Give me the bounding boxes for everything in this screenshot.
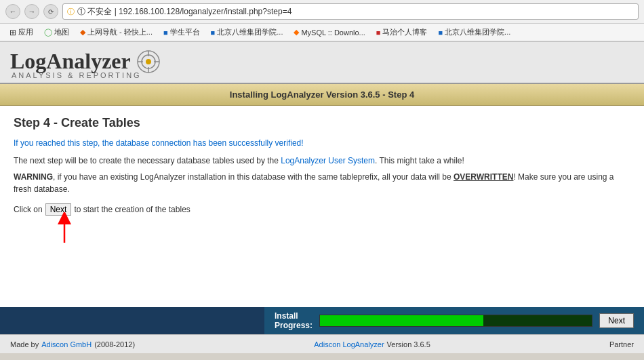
apps-icon: ⊞: [9, 28, 16, 37]
svg-point-2: [146, 59, 151, 64]
bookmark-map-label: 地图: [54, 27, 69, 37]
bookmark-mysql-label: MySQL :: Downlo...: [301, 28, 365, 37]
install-header: Installing LogAnalyzer Version 3.6.5 - S…: [0, 84, 644, 106]
map-icon: ◯: [44, 28, 52, 37]
progress-bar-container: [319, 315, 592, 327]
student-icon: ■: [163, 28, 168, 37]
version-text: Version 3.6.5: [387, 340, 430, 348]
partner-text: Partner: [609, 340, 634, 348]
install-label-line2: Progress:: [275, 321, 313, 330]
security-icon: ⓘ: [67, 7, 75, 17]
loganalyzer-link[interactable]: LogAnalyzer User System: [281, 156, 375, 165]
click-prefix: Click on: [14, 205, 43, 214]
bookmark-school2-label: 北京八维集团学院...: [445, 27, 510, 37]
bookmark-school1[interactable]: ■ 北京八维集团学院...: [207, 26, 287, 39]
bookmark-blog[interactable]: ■ 马治个人博客: [372, 26, 432, 39]
bookmark-apps-label: 应用: [18, 27, 33, 37]
nav-icon: ◆: [80, 28, 85, 37]
back-button[interactable]: ←: [5, 4, 20, 19]
mysql-icon: ◆: [294, 28, 299, 37]
bookmark-nav[interactable]: ◆ 上网导航 - 轻快上...: [76, 26, 157, 39]
school2-icon: ■: [438, 28, 443, 37]
bookmark-nav-label: 上网导航 - 轻快上...: [87, 27, 153, 37]
info-text-content: The next step will be to create the nece…: [14, 156, 464, 165]
warning-bold: WARNING: [14, 172, 53, 182]
made-by-suffix: (2008-2012): [94, 340, 135, 348]
install-progress-section: Install Progress: Next: [264, 311, 644, 330]
install-header-text: Installing LogAnalyzer Version 3.6.5 - S…: [230, 89, 414, 100]
logo-text: LogAnalyzer: [10, 49, 131, 74]
refresh-button[interactable]: ⟳: [43, 4, 58, 19]
install-progress-label: Install Progress:: [275, 311, 313, 330]
warning-text: WARNING, if you have an existing LogAnal…: [14, 171, 630, 195]
bookmark-mysql[interactable]: ◆ MySQL :: Downlo...: [289, 26, 369, 38]
bottom-footer: Made by Adiscon GmbH (2008-2012) Adiscon…: [0, 334, 644, 353]
address-text: ① 不安全 | 192.168.100.128/loganalyzer/inst…: [77, 6, 291, 18]
bookmark-apps[interactable]: ⊞ 应用: [5, 26, 37, 39]
address-bar[interactable]: ⓘ ① 不安全 | 192.168.100.128/loganalyzer/in…: [62, 3, 639, 20]
next-button-footer[interactable]: Next: [599, 313, 634, 328]
red-arrow-icon: [51, 212, 78, 246]
footer-left-bar: [0, 307, 264, 334]
bookmark-school1-label: 北京八维集团学院...: [217, 27, 283, 37]
main-content: Step 4 - Create Tables If you reached th…: [0, 106, 644, 256]
click-instruction: Click on Next to start the creation of t…: [14, 203, 630, 216]
adiscon-link[interactable]: Adiscon GmbH: [41, 340, 92, 348]
overwrite-bold: OVERWRITTEN: [454, 172, 513, 182]
logo-title: LogAnalyzer: [10, 49, 634, 74]
logo-subtitle: ANALYSIS & REPORTING: [10, 71, 634, 79]
step-title: Step 4 - Create Tables: [14, 116, 630, 130]
forward-button[interactable]: →: [24, 4, 39, 19]
success-message: If you reached this step, the database c…: [14, 138, 630, 148]
footer-made-by: Made by Adiscon GmbH (2008-2012): [10, 340, 135, 348]
adiscon-analyzer-link[interactable]: Adiscon LogAnalyzer: [314, 340, 384, 348]
install-label-line1: Install: [275, 311, 313, 321]
school1-icon: ■: [211, 28, 216, 37]
blog-icon: ■: [376, 28, 381, 37]
bookmark-blog-label: 马治个人博客: [382, 27, 427, 37]
made-by-prefix: Made by: [10, 340, 39, 348]
bookmark-student-label: 学生平台: [170, 27, 200, 37]
page-content: LogAnalyzer ANALYSIS & REPORTING Install…: [0, 42, 644, 353]
browser-toolbar: ← → ⟳ ⓘ ① 不安全 | 192.168.100.128/loganaly…: [0, 0, 644, 24]
browser-chrome: ← → ⟳ ⓘ ① 不安全 | 192.168.100.128/loganaly…: [0, 0, 644, 42]
bookmark-student[interactable]: ■ 学生平台: [159, 26, 204, 39]
info-text: The next step will be to create the nece…: [14, 155, 630, 167]
footer-partner: Partner: [609, 340, 634, 348]
progress-bar-fill: [320, 315, 483, 326]
logo-header: LogAnalyzer ANALYSIS & REPORTING: [0, 42, 644, 84]
bookmarks-bar: ⊞ 应用 ◯ 地图 ◆ 上网导航 - 轻快上... ■ 学生平台 ■ 北京八维集…: [0, 24, 644, 41]
bookmark-map[interactable]: ◯ 地图: [40, 26, 73, 39]
warning-middle: , if you have an existing LogAnalyzer in…: [53, 172, 454, 182]
bookmark-school2[interactable]: ■ 北京八维集团学院...: [434, 26, 515, 39]
footer-bar: Install Progress: Next: [0, 307, 644, 334]
click-suffix: to start the creation of the tables: [74, 205, 190, 214]
arrow-annotation: [14, 219, 630, 246]
logo-target-icon: [136, 49, 161, 74]
footer-version: Adiscon LogAnalyzer Version 3.6.5: [314, 340, 430, 348]
